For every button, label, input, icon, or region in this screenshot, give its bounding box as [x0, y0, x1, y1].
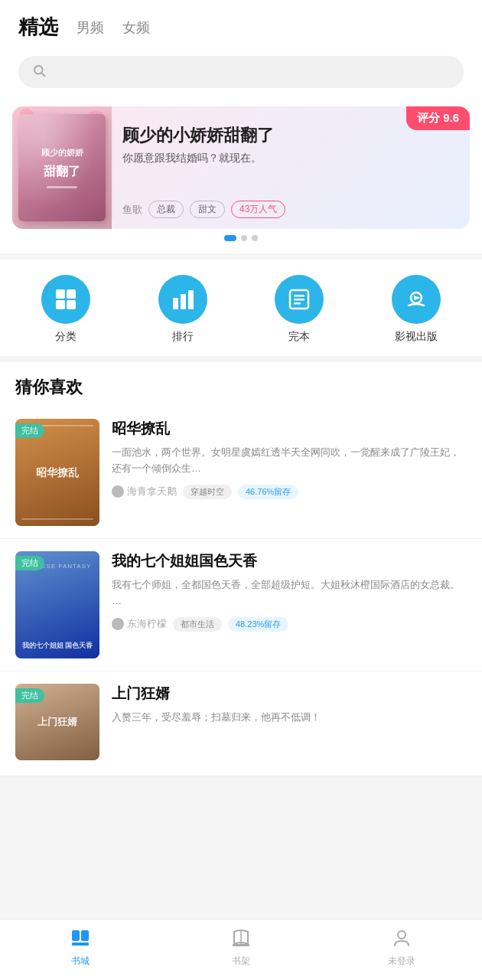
book-author-2: 东海柠檬 — [127, 617, 167, 631]
category-grid: 分类 排行 完本 — [8, 275, 474, 344]
nav-item-shujia[interactable]: 书架 — [161, 927, 321, 968]
list-item[interactable]: 上门狂婿 完结 上门狂婿 入赘三年，受尽羞辱；扫墓归来，他再不低调！ — [0, 671, 482, 776]
svg-line-1 — [41, 73, 44, 76]
book-remain-2: 48.23%留存 — [228, 617, 288, 632]
book-author-wrap-2: 东海柠檬 — [112, 617, 167, 631]
banner-book-subtitle: 你愿意跟我结婚吗？就现在。 — [122, 152, 459, 165]
book-info-3: 上门狂婿 入赘三年，受尽羞辱；扫墓归来，他再不低调！ — [112, 684, 467, 726]
book-cover-wrap-2: 我的七个姐姐 国色天香 CHINESE FANTASY 完结 — [15, 551, 99, 658]
category-icon-yingshi — [392, 275, 441, 324]
category-item-fenlei[interactable]: 分类 — [41, 275, 90, 344]
banner-tags: 鱼歌 总裁 甜文 43万人气 — [122, 201, 459, 218]
book-cover-text-3: 上门狂婿 — [20, 715, 96, 729]
book-complete-badge-1: 完结 — [15, 423, 44, 438]
book-cover-wrap-3: 上门狂婿 完结 — [15, 684, 99, 760]
category-icon-fenlei — [41, 275, 90, 324]
category-icon-wanben — [275, 275, 324, 324]
book-list: 昭华撩乱 完结 昭华撩乱 一面池水，两个世界。女明星虞嫣红透半天全网同吹，一觉醒… — [0, 407, 482, 776]
book-desc-3: 入赘三年，受尽羞辱；扫墓归来，他再不低调！ — [112, 710, 467, 726]
svg-rect-15 — [81, 930, 89, 941]
svg-rect-16 — [72, 942, 89, 946]
bottom-nav: 书城 书架 未登录 — [0, 919, 482, 980]
tab-male[interactable]: 男频 — [77, 18, 104, 37]
author-icon-1 — [112, 485, 124, 498]
book-remain-1: 46.76%留存 — [238, 485, 298, 499]
svg-rect-3 — [67, 289, 76, 299]
book-complete-badge-2: 完结 — [15, 556, 44, 570]
banner-score-badge: 评分 9.6 — [406, 106, 470, 130]
banner-tag-0: 总裁 — [148, 201, 184, 218]
category-icon-paihang — [158, 275, 207, 324]
svg-rect-4 — [56, 300, 65, 309]
banner-author: 鱼歌 — [122, 203, 142, 217]
book-desc-1: 一面池水，两个世界。女明星虞嫣红透半天全网同吹，一觉醒来成了广陵王妃，还有一个倾… — [112, 445, 467, 477]
banner-section: 顾少的娇娇 甜翻了 评分 9.6 顾少的小娇娇甜翻了 你愿意跟我结婚吗？就现在。… — [0, 99, 482, 253]
svg-rect-11 — [294, 299, 305, 301]
section-title: 猜你喜欢 — [0, 362, 482, 407]
category-item-wanben[interactable]: 完本 — [275, 275, 324, 344]
category-label-wanben: 完本 — [288, 330, 310, 344]
banner-dots — [12, 229, 470, 241]
category-label-paihang: 排行 — [172, 330, 194, 344]
page-header: 精选 男频 女频 — [0, 0, 482, 48]
nav-label-shujia: 书架 — [232, 955, 250, 968]
category-label-fenlei: 分类 — [55, 330, 77, 344]
svg-rect-5 — [67, 300, 76, 309]
svg-rect-12 — [294, 302, 301, 305]
book-desc-2: 我有七个师姐，全都国色天香，全部超级护短。大姐秋沐橙国际酒店的女总裁。 … — [112, 577, 467, 609]
banner-dot-3[interactable] — [252, 235, 258, 241]
svg-rect-2 — [56, 289, 65, 299]
banner-tag-1: 甜文 — [190, 201, 225, 218]
book-complete-badge-3: 完结 — [15, 688, 44, 703]
svg-rect-14 — [72, 930, 80, 941]
search-icon — [32, 64, 46, 80]
category-label-yingshi: 影视出版 — [395, 330, 438, 344]
svg-rect-18 — [233, 944, 249, 946]
svg-point-19 — [398, 931, 405, 939]
book-cover-text-2: 我的七个姐姐 国色天香 — [18, 641, 98, 651]
svg-rect-10 — [294, 295, 305, 297]
banner-dot-2[interactable] — [241, 235, 247, 241]
svg-rect-7 — [181, 294, 186, 309]
nav-item-shucheng[interactable]: 书城 — [0, 927, 161, 968]
book-author-wrap-1: 海青拿天鹅 — [112, 485, 177, 498]
list-item[interactable]: 昭华撩乱 完结 昭华撩乱 一面池水，两个世界。女明星虞嫣红透半天全网同吹，一觉醒… — [0, 407, 482, 539]
author-icon-2 — [112, 618, 124, 630]
book-tag-2: 都市生活 — [173, 617, 222, 632]
search-input-wrap[interactable] — [18, 56, 464, 88]
book-title-1: 昭华撩乱 — [112, 419, 467, 439]
list-item[interactable]: 我的七个姐姐 国色天香 CHINESE FANTASY 完结 我的七个姐姐国色天… — [0, 539, 482, 671]
nav-icon-shucheng — [70, 927, 91, 952]
book-cover-text-1: 昭华撩乱 — [20, 465, 96, 481]
category-item-yingshi[interactable]: 影视出版 — [392, 275, 441, 344]
nav-icon-weidenglu — [391, 927, 412, 952]
banner-dot-1[interactable] — [224, 235, 236, 241]
book-author-1: 海青拿天鹅 — [127, 485, 177, 498]
banner-popularity: 43万人气 — [231, 201, 285, 218]
nav-item-weidenglu[interactable]: 未登录 — [321, 927, 482, 968]
nav-label-weidenglu: 未登录 — [388, 955, 415, 968]
page-title: 精选 — [18, 14, 58, 41]
banner-book-cover: 顾少的娇娇 甜翻了 — [12, 106, 112, 229]
book-tag-1: 穿越时空 — [183, 485, 232, 499]
book-title-2: 我的七个姐姐国色天香 — [112, 551, 467, 571]
svg-rect-6 — [173, 298, 178, 309]
tab-female[interactable]: 女频 — [122, 18, 150, 37]
section-header: 猜你喜欢 — [0, 362, 482, 407]
banner-book-title: 顾少的小娇娇甜翻了 — [122, 125, 459, 147]
nav-label-shucheng: 书城 — [71, 955, 90, 968]
book-meta-1: 海青拿天鹅 穿越时空 46.76%留存 — [112, 485, 467, 499]
book-info-1: 昭华撩乱 一面池水，两个世界。女明星虞嫣红透半天全网同吹，一觉醒来成了广陵王妃，… — [112, 419, 467, 499]
banner-book-inner: 顾少的娇娇 甜翻了 — [18, 114, 106, 221]
book-meta-2: 东海柠檬 都市生活 48.23%留存 — [112, 617, 467, 632]
featured-banner[interactable]: 顾少的娇娇 甜翻了 评分 9.6 顾少的小娇娇甜翻了 你愿意跟我结婚吗？就现在。… — [12, 106, 470, 229]
search-bar — [0, 48, 482, 99]
category-item-paihang[interactable]: 排行 — [158, 275, 207, 344]
book-title-3: 上门狂婿 — [112, 684, 467, 704]
svg-rect-8 — [188, 290, 194, 309]
category-section: 分类 排行 完本 — [0, 260, 482, 356]
book-cover-wrap-1: 昭华撩乱 完结 — [15, 419, 99, 526]
book-info-2: 我的七个姐姐国色天香 我有七个师姐，全都国色天香，全部超级护短。大姐秋沐橙国际酒… — [112, 551, 467, 632]
nav-icon-shujia — [230, 927, 252, 952]
